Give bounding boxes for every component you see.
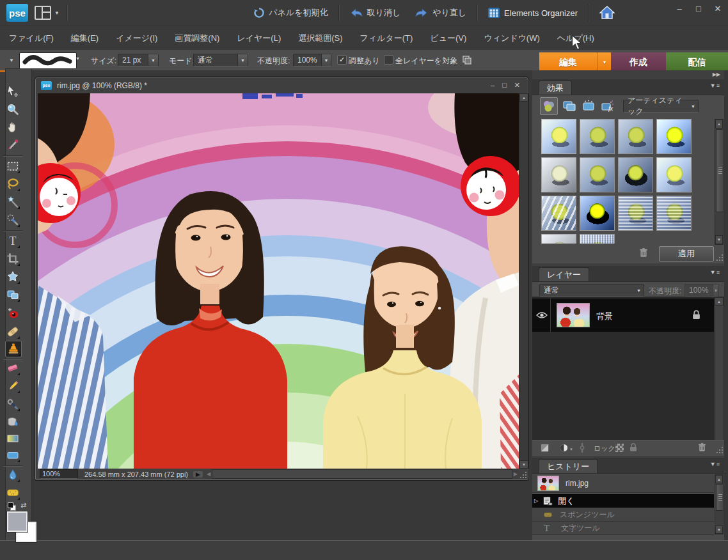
magic-wand-tool[interactable] <box>5 194 20 210</box>
pencil-tool[interactable] <box>5 378 20 394</box>
scroll-left-icon[interactable]: ◀ <box>207 471 210 477</box>
spot-healing-brush-tool[interactable] <box>5 324 20 339</box>
layers-opacity-dropdown[interactable]: 100% ▼ <box>684 284 719 297</box>
menu-select[interactable]: 選択範囲(S) <box>298 33 342 44</box>
size-dropdown[interactable]: 21 px ▼ <box>118 54 159 66</box>
effect-thumbnail[interactable] <box>656 196 692 231</box>
panel-menu-icon[interactable]: ▼≡ <box>710 82 720 89</box>
selection-brush-tool[interactable] <box>5 212 20 228</box>
doc-maximize-button[interactable]: □ <box>502 81 507 89</box>
menu-file[interactable]: ファイル(F) <box>9 33 54 44</box>
shape-tool[interactable] <box>5 447 20 463</box>
layer-styles-category-button[interactable] <box>560 97 578 115</box>
tool-options-flyout-icon[interactable]: ▼ <box>9 58 14 63</box>
rect-marquee-tool[interactable] <box>5 159 20 174</box>
cookie-cutter-tool[interactable] <box>5 269 20 284</box>
menu-filter[interactable]: フィルター(T) <box>360 33 413 44</box>
share-mode-button[interactable]: 配信 <box>666 52 728 72</box>
canvas-horizontal-scrollbar[interactable] <box>212 469 512 479</box>
menu-image[interactable]: イメージ(I) <box>116 33 157 44</box>
effect-thumbnail[interactable] <box>541 234 576 244</box>
layer-visibility-toggle[interactable] <box>534 299 551 332</box>
blur-tool[interactable] <box>5 467 20 483</box>
lasso-tool[interactable] <box>5 176 20 192</box>
red-eye-removal-tool[interactable] <box>5 306 20 321</box>
effect-thumbnail[interactable] <box>580 234 615 244</box>
effects-scrollbar[interactable]: ▲ ▼ <box>715 119 724 245</box>
maximize-button[interactable]: □ <box>693 4 704 13</box>
type-tool[interactable]: T <box>5 233 20 249</box>
effect-thumbnail[interactable] <box>580 119 615 154</box>
new-layer-icon[interactable] <box>540 443 550 453</box>
lock-transparency-icon[interactable] <box>615 444 624 452</box>
apply-button[interactable]: 適用 <box>659 246 714 261</box>
menu-enhance[interactable]: 画質調整(N) <box>175 33 219 44</box>
panel-menu-icon[interactable]: ▼≡ <box>710 461 720 467</box>
tab-history[interactable]: ヒストリー <box>539 459 597 473</box>
edit-mode-button[interactable]: 編集 <box>539 52 597 72</box>
filters-category-button[interactable] <box>540 97 558 115</box>
create-mode-button[interactable]: 作成 <box>611 52 666 72</box>
status-popup-icon[interactable]: ▶ <box>193 471 203 478</box>
canvas-vertical-scrollbar[interactable]: ▲ ▼ <box>519 93 528 469</box>
menu-edit[interactable]: 編集(E) <box>71 33 99 44</box>
effect-thumbnail[interactable] <box>580 196 615 231</box>
effect-thumbnail[interactable] <box>618 119 653 154</box>
recompose-tool[interactable] <box>5 287 20 302</box>
paint-bucket-tool[interactable] <box>5 414 20 430</box>
scroll-down-icon[interactable]: ▼ <box>519 460 528 469</box>
home-button[interactable] <box>595 3 619 23</box>
zoom-level-field[interactable]: 100% <box>40 469 78 479</box>
blend-mode-dropdown[interactable]: 通常 ▼ <box>539 284 644 297</box>
history-step-open[interactable]: ▷ 開く <box>532 494 714 508</box>
eyedropper-tool[interactable] <box>5 137 20 153</box>
tab-effects[interactable]: 効果 <box>539 81 572 95</box>
effect-thumbnail[interactable] <box>580 157 615 192</box>
history-snapshot-row[interactable]: rim.jpg <box>532 474 714 493</box>
smart-brush-tool[interactable] <box>5 396 20 412</box>
minimize-button[interactable]: – <box>674 4 684 13</box>
scroll-up-icon[interactable]: ▲ <box>715 297 724 306</box>
menu-view[interactable]: ビュー(V) <box>430 33 466 44</box>
close-button[interactable]: ✕ <box>713 4 723 13</box>
layer-thumbnail[interactable] <box>557 303 590 327</box>
foreground-color-swatch[interactable] <box>7 511 28 532</box>
effect-thumbnail[interactable] <box>541 196 576 231</box>
mode-dropdown[interactable]: 通常 ▼ <box>193 54 248 66</box>
all-layers-checkbox[interactable] <box>384 55 393 65</box>
trash-icon[interactable] <box>638 247 649 258</box>
eraser-tool[interactable] <box>5 361 20 376</box>
scroll-down-icon[interactable]: ▼ <box>715 525 723 534</box>
swap-colors-icon[interactable]: ⇄ <box>20 501 26 509</box>
clone-stamp-tool[interactable] <box>5 341 22 357</box>
photo-effects-category-button[interactable] <box>580 97 597 115</box>
scroll-up-icon[interactable]: ▲ <box>715 120 723 128</box>
trash-icon[interactable] <box>697 442 707 452</box>
history-step-sponge[interactable]: スポンジツール <box>532 508 714 522</box>
gradient-tool[interactable] <box>5 431 20 446</box>
history-scrollbar[interactable]: ▲ ▼ <box>715 474 724 534</box>
effect-thumbnail[interactable] <box>656 119 692 154</box>
default-colors-icon[interactable] <box>8 502 15 510</box>
move-tool[interactable] <box>5 84 20 99</box>
collapse-bin-icon[interactable]: ▶▶ <box>713 72 720 77</box>
doc-close-button[interactable]: ✕ <box>514 81 520 89</box>
effect-thumbnail[interactable] <box>618 196 653 231</box>
menu-window[interactable]: ウィンドウ(W) <box>484 33 539 44</box>
canvas[interactable] <box>38 93 519 469</box>
scroll-up-icon[interactable]: ▲ <box>715 475 723 483</box>
lock-all-icon[interactable] <box>629 443 637 452</box>
layers-scrollbar[interactable]: ▲ <box>715 297 724 440</box>
effect-thumbnail[interactable] <box>541 157 576 192</box>
aligned-checkbox[interactable]: ✓ <box>337 55 347 65</box>
history-step-type[interactable]: T 文字ツール <box>532 522 714 535</box>
scroll-down-icon[interactable]: ▼ <box>715 235 723 244</box>
panel-resize-grip[interactable] <box>715 253 723 261</box>
scrollbar-thumb[interactable] <box>716 129 724 212</box>
reset-panels-button[interactable]: パネルを初期化 <box>249 4 331 21</box>
sponge-tool[interactable] <box>5 485 20 501</box>
hand-tool[interactable] <box>5 120 20 135</box>
document-title-bar[interactable]: pse rim.jpg @ 100% (RGB/8) * – □ ✕ <box>36 77 528 93</box>
panel-resize-grip[interactable] <box>715 446 723 453</box>
panel-menu-icon[interactable]: ▼≡ <box>710 269 720 276</box>
